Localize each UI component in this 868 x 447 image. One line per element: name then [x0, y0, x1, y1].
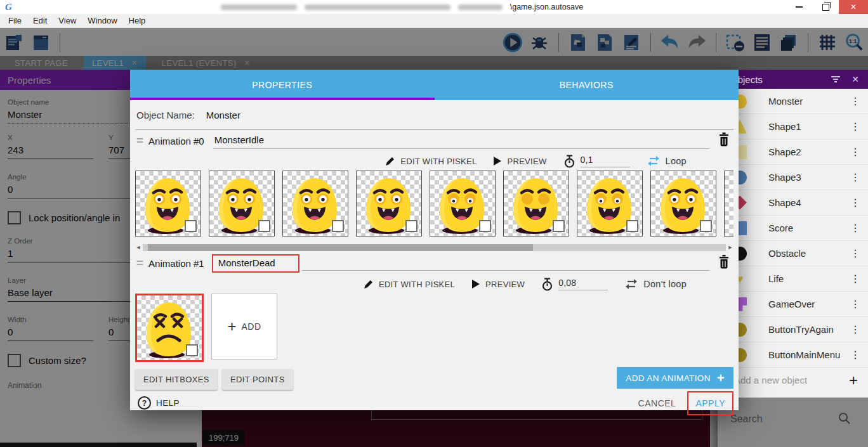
preview-button[interactable]: PREVIEW — [471, 279, 525, 289]
object-menu-icon[interactable]: ⋮ — [850, 273, 860, 285]
menu-window[interactable]: Window — [82, 14, 122, 28]
object-row-shape2[interactable]: Shape2⋮ — [718, 139, 868, 165]
loop-toggle[interactable]: Loop — [647, 155, 687, 167]
scroll-left-icon[interactable]: ◄ — [135, 244, 141, 250]
drag-handle-icon[interactable]: = — [136, 256, 143, 270]
frame-checkbox[interactable] — [626, 220, 638, 232]
object-name-input[interactable]: Monster — [206, 110, 240, 120]
filter-icon[interactable] — [830, 75, 841, 84]
help-button[interactable]: ? HELP — [138, 396, 180, 410]
animation-0-title: Animation #0 — [148, 136, 204, 146]
loop-toggle[interactable]: Don't loop — [624, 278, 687, 290]
animation-frame[interactable] — [135, 294, 204, 362]
animation-frame[interactable] — [209, 171, 275, 236]
redacted-path-segment — [305, 4, 450, 10]
object-menu-icon[interactable]: ⋮ — [850, 247, 860, 259]
animation-1-name-input[interactable]: MonsterDead — [212, 254, 299, 273]
dialog-footer: ? HELP CANCEL APPLY — [135, 391, 733, 415]
preview-button[interactable]: PREVIEW — [493, 156, 546, 166]
play-preview-icon — [493, 156, 502, 166]
minimize-button[interactable] — [786, 0, 812, 14]
object-row-score[interactable]: Score⋮ — [718, 216, 868, 241]
object-row-buttonmainmenu[interactable]: ButtonMainMenu⋮ — [718, 342, 868, 368]
time-value[interactable]: 0,1 — [581, 155, 630, 167]
trash-icon[interactable] — [718, 133, 730, 149]
object-row-shape3[interactable]: Shape3⋮ — [718, 165, 868, 190]
object-menu-icon[interactable]: ⋮ — [850, 222, 860, 234]
active-tab-indicator — [130, 98, 435, 100]
objects-list: Monster⋮Shape1⋮Shape2⋮Shape3⋮Shape4⋮Scor… — [718, 89, 868, 368]
frame-checkbox[interactable] — [479, 220, 491, 232]
cancel-button[interactable]: CANCEL — [638, 398, 676, 408]
object-name: ButtonMainMenu — [768, 349, 840, 360]
trash-icon[interactable] — [718, 255, 730, 271]
edit-hitboxes-button[interactable]: EDIT HITBOXES — [135, 369, 218, 390]
animation-1-name-underline — [302, 256, 709, 271]
object-row-obstacle[interactable]: Obstacle⋮ — [718, 241, 868, 266]
frame-checkbox[interactable] — [405, 220, 418, 232]
scrollbar-thumb[interactable] — [148, 244, 533, 251]
animation-frame[interactable] — [282, 171, 348, 236]
animation-1-frames: + ADD — [135, 294, 733, 365]
animation-0-name-input[interactable]: MonsterIdle — [213, 133, 709, 149]
frame-checkbox[interactable] — [185, 220, 197, 232]
add-frame-button[interactable]: + ADD — [211, 294, 277, 360]
object-row-buttontryagain[interactable]: ButtonTryAgain⋮ — [718, 317, 868, 342]
frame-checkbox[interactable] — [700, 220, 712, 232]
object-row-life[interactable]: ♥Life⋮ — [718, 266, 868, 292]
menu-edit[interactable]: Edit — [27, 14, 53, 28]
object-row-shape4[interactable]: Shape4⋮ — [718, 190, 868, 216]
drag-handle-icon[interactable]: = — [136, 134, 143, 148]
edit-with-piskel-button[interactable]: EDIT WITH PISKEL — [385, 156, 477, 167]
animation-frame[interactable] — [724, 171, 733, 236]
frame-checkbox[interactable] — [332, 220, 344, 232]
object-menu-icon[interactable]: ⋮ — [850, 95, 860, 107]
animation-frame[interactable] — [577, 171, 643, 236]
menu-help[interactable]: Help — [123, 14, 152, 28]
object-name: ButtonTryAgain — [768, 324, 834, 335]
animation-frame[interactable] — [430, 171, 496, 236]
close-panel-icon[interactable]: ✕ — [852, 74, 859, 84]
time-between-frames-field[interactable]: 0,08 — [541, 278, 608, 291]
apply-button[interactable]: APPLY — [687, 391, 733, 415]
animation-1-header: = Animation #1 MonsterDead — [135, 252, 733, 275]
edit-points-button[interactable]: EDIT POINTS — [222, 369, 293, 390]
menu-file[interactable]: File — [3, 14, 27, 28]
animation-frame[interactable] — [356, 171, 422, 236]
object-menu-icon[interactable]: ⋮ — [850, 120, 860, 133]
object-name: Monster — [768, 96, 803, 107]
frames-scrollbar[interactable]: ◄ ► — [135, 243, 733, 252]
tab-properties[interactable]: PROPERTIES — [130, 70, 435, 100]
object-menu-icon[interactable]: ⋮ — [850, 197, 860, 209]
object-row-monster[interactable]: Monster⋮ — [718, 89, 868, 114]
time-between-frames-field[interactable]: 0,1 — [563, 155, 630, 168]
frame-checkbox[interactable] — [186, 344, 198, 356]
add-object-row[interactable]: Add a new object + — [718, 368, 868, 392]
plus-icon: + — [717, 371, 725, 385]
restore-button[interactable] — [812, 0, 839, 14]
edit-with-piskel-button[interactable]: EDIT WITH PISKEL — [363, 279, 455, 290]
object-menu-icon[interactable]: ⋮ — [850, 349, 860, 361]
dialog-tabs: PROPERTIES BEHAVIORS — [130, 70, 739, 100]
object-menu-icon[interactable]: ⋮ — [850, 298, 860, 310]
object-menu-icon[interactable]: ⋮ — [850, 323, 860, 335]
scroll-right-icon[interactable]: ► — [727, 244, 733, 250]
scrollbar-track[interactable] — [143, 244, 726, 251]
frame-checkbox[interactable] — [553, 220, 565, 232]
animation-frame[interactable] — [650, 171, 716, 236]
object-menu-icon[interactable]: ⋮ — [850, 146, 860, 158]
animation-0-header: = Animation #0 MonsterIdle — [135, 130, 733, 152]
time-value[interactable]: 0,08 — [558, 278, 608, 290]
object-row-shape1[interactable]: Shape1⋮ — [718, 114, 868, 139]
menu-view[interactable]: View — [53, 14, 82, 28]
animation-frame[interactable] — [135, 171, 201, 236]
tab-behaviors[interactable]: BEHAVIORS — [435, 70, 739, 100]
frame-checkbox[interactable] — [258, 220, 270, 232]
objects-panel-header: Objects ✕ — [718, 70, 868, 89]
object-menu-icon[interactable]: ⋮ — [850, 171, 860, 183]
add-animation-button[interactable]: ADD AN ANIMATION + — [617, 367, 733, 389]
close-button[interactable]: ✕ — [839, 0, 868, 14]
animation-frame[interactable] — [503, 171, 569, 236]
object-editor-dialog: PROPERTIES BEHAVIORS Object Name: Monste… — [130, 70, 739, 410]
object-row-gameover[interactable]: GameOver⋮ — [718, 292, 868, 317]
